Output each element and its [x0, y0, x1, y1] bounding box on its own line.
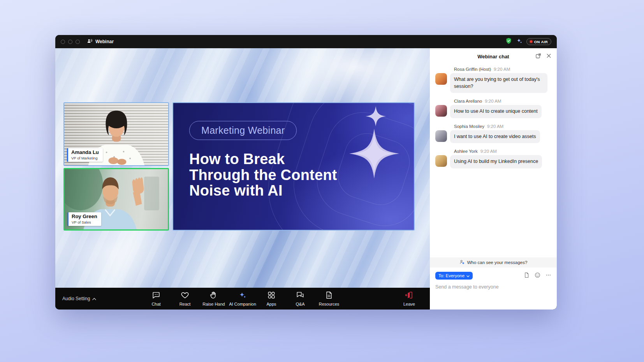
avatar [435, 155, 447, 167]
leave-button[interactable]: Leave [395, 289, 424, 308]
security-shield-icon[interactable] [505, 37, 512, 46]
webinar-stage: Amanda Lu VP of Marketing [55, 48, 430, 288]
resources-icon [325, 291, 333, 301]
message-time: 9:20 AM [494, 67, 510, 72]
message-author: Ashlee York [454, 149, 478, 154]
qa-button[interactable]: Q&A [286, 289, 315, 308]
audio-setting-button[interactable]: Audio Setting [62, 296, 96, 301]
message-bubble: I want to use AI to create video assets [450, 130, 540, 143]
video-tile-roy: Roy Green VP of Sales [63, 168, 169, 231]
nametag-amanda: Amanda Lu VP of Marketing [67, 148, 103, 162]
on-air-dot [530, 40, 532, 43]
attach-file-button[interactable] [524, 272, 530, 279]
message-bubble: How to use AI to create unique content [450, 105, 542, 118]
slide-star-decoration [349, 129, 399, 178]
on-air-badge: ON AIR [526, 38, 551, 45]
video-tile-amanda: Amanda Lu VP of Marketing [63, 102, 169, 166]
participant-role: VP of Sales [72, 220, 97, 224]
participant-name: Amanda Lu [71, 150, 99, 156]
window-controls [61, 40, 80, 44]
message-time: 9:20 AM [480, 149, 497, 154]
chat-message: Rosa Griffin (Host)9:20 AM What are you … [435, 67, 551, 93]
message-visibility-link[interactable]: Who can see your messages? [430, 257, 557, 268]
react-button[interactable]: React [171, 289, 199, 308]
resources-button[interactable]: Resources [315, 289, 343, 308]
chat-header: Webinar chat [430, 48, 557, 65]
chat-button[interactable]: Chat [142, 289, 171, 308]
message-bubble: What are you trying to get out of today'… [450, 73, 547, 93]
message-time: 9:20 AM [485, 99, 501, 103]
webinar-window: Webinar ON AIR [55, 35, 557, 310]
chat-composer: To: Everyone [430, 268, 557, 310]
raise-hand-button[interactable]: Raise Hand [199, 289, 228, 308]
chat-title: Webinar chat [477, 54, 509, 59]
chat-icon [152, 291, 160, 301]
heart-icon [181, 291, 189, 301]
participant-role: VP of Marketing [71, 156, 99, 160]
slide-star-decoration [366, 106, 386, 126]
slide-badge: Marketing Webinar [189, 121, 297, 140]
ai-companion-icon [238, 291, 247, 301]
app-title: Webinar [95, 39, 114, 44]
chevron-down-icon [466, 273, 470, 278]
meeting-toolbar: Audio Setting Chat React [55, 288, 430, 310]
message-author: Clara Arellano [454, 99, 482, 103]
raise-hand-icon [209, 291, 218, 301]
leave-door-icon [405, 291, 413, 301]
webinar-chat-panel: Webinar chat Rosa Griffin (Host)9:20 AM [430, 48, 557, 310]
apps-icon [267, 291, 276, 301]
chat-message: Clara Arellano9:20 AM How to use AI to c… [435, 99, 551, 118]
ellipsis-icon [545, 272, 551, 279]
visibility-person-icon [459, 259, 465, 266]
pop-out-icon [535, 53, 541, 60]
close-icon [546, 53, 551, 59]
titlebar: Webinar ON AIR [55, 35, 557, 48]
chat-message: Sophia Mosiley9:20 AM I want to use AI t… [435, 124, 551, 143]
webinar-icon [87, 38, 93, 45]
slide-title: How to Break Through the Content Noise w… [189, 151, 337, 199]
message-author: Rosa Griffin (Host) [454, 67, 491, 72]
shared-slide: Marketing Webinar How to Break Through t… [172, 102, 415, 231]
message-input[interactable] [435, 284, 551, 290]
chat-message-list: Rosa Griffin (Host)9:20 AM What are you … [430, 65, 557, 257]
more-options-button[interactable] [545, 272, 551, 279]
smiley-icon [535, 272, 540, 279]
chat-message: Ashlee York9:20 AM Using AI to build my … [435, 149, 551, 168]
emoji-button[interactable] [535, 272, 540, 279]
apps-button[interactable]: Apps [257, 289, 286, 308]
message-time: 9:20 AM [487, 124, 503, 129]
avatar [435, 73, 447, 85]
chevron-up-icon [92, 296, 96, 301]
ai-companion-button[interactable]: AI Companion [228, 289, 257, 308]
qa-icon [296, 291, 304, 301]
file-icon [524, 272, 530, 279]
recipient-selector[interactable]: To: Everyone [435, 272, 473, 280]
participant-name: Roy Green [72, 214, 97, 220]
close-chat-button[interactable] [546, 53, 551, 59]
avatar [435, 105, 447, 117]
nametag-roy: Roy Green VP of Sales [67, 212, 101, 226]
ai-companion-sparkle-icon[interactable] [516, 38, 523, 46]
desktop-background: Webinar ON AIR [0, 0, 644, 362]
window-minimize-button[interactable] [68, 40, 72, 44]
message-author: Sophia Mosiley [454, 124, 484, 129]
avatar [435, 130, 447, 142]
window-zoom-button[interactable] [76, 40, 80, 44]
window-close-button[interactable] [61, 40, 65, 44]
message-bubble: Using AI to build my LinkedIn presence [450, 155, 542, 168]
pop-out-button[interactable] [535, 53, 541, 60]
